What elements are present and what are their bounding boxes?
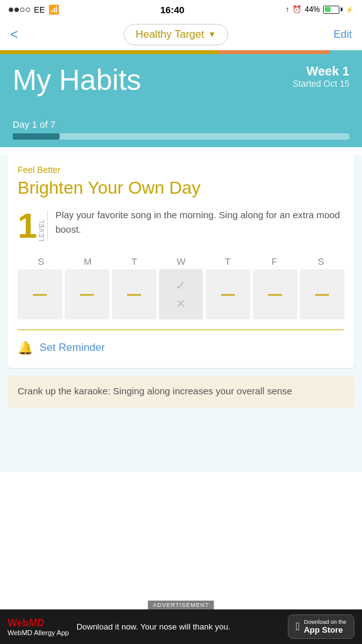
edit-button[interactable]: Edit [334,28,352,41]
dot2 [14,8,19,12]
title-dropdown[interactable]: Healthy Target ▼ [124,24,228,45]
status-left: EE 📶 [9,4,59,14]
store-name: App Store [304,625,346,635]
day-label-t2: T [204,256,251,267]
tip-section: Crank up the karaoke: Singing along incr… [8,375,354,408]
app-store-button[interactable]:  Download on the App Store [288,614,354,639]
header-section: Week 1 Started Oct 15 My Habits [0,54,362,119]
habit-title: Brighten Your Own Day [18,177,344,199]
habit-description: Play your favorite song in the morning. … [55,208,344,236]
webmd-logo-text: WebMD [8,618,69,629]
day-label-f: F [251,256,297,267]
day-cell-tue[interactable]: — [112,269,156,319]
chevron-down-icon: ▼ [208,30,216,39]
days-header: S M T W T F S [18,256,344,267]
set-reminder[interactable]: 🔔 Set Reminder [18,338,344,358]
charging-icon: ⚡ [346,6,353,13]
ad-app-name: WebMD Allergy App [8,629,69,636]
location-icon: ↑ [285,5,289,14]
day-dash-sun: — [33,286,47,303]
status-right: ↑ ⏰ 44% ⚡ [285,5,353,14]
x-icon: ✕ [176,297,185,311]
level-label: Level [38,210,48,242]
divider [18,330,344,330]
day-label-s1: S [18,256,64,267]
level-number: 1 [18,208,37,243]
apple-icon:  [296,620,300,633]
week-info: Week 1 Started Oct 15 [293,64,349,89]
day-cell-thu[interactable]: — [206,269,250,319]
battery-tip [341,8,343,11]
day-cell-mon[interactable]: — [65,269,109,319]
progress-label: Day 1 of 7 [13,119,349,130]
status-bar: EE 📶 16:40 ↑ ⏰ 44% ⚡ [0,0,362,19]
signal-dots [9,8,30,12]
download-label: Download on the [304,619,346,625]
battery-percent: 44% [305,5,320,14]
dot4 [26,8,30,12]
day-dash-fri: — [268,286,282,303]
ad-label: ADVERTISEMENT [148,601,214,609]
bell-icon: 🔔 [18,340,33,355]
day-dash-sat: — [315,286,329,303]
week-label: Week 1 [293,64,349,79]
wifi-icon: 📶 [48,4,59,14]
ad-subtext-content: Download it now. Your nose will thank yo… [77,622,280,631]
started-label: Started Oct 15 [293,79,349,89]
reminder-label: Set Reminder [40,341,105,354]
day-label-m: M [64,256,111,267]
progress-bar-background [13,133,349,140]
app-store-text: Download on the App Store [304,619,346,635]
day-label-t1: T [111,256,158,267]
day-cell-sun[interactable]: — [18,269,62,319]
tip-text: Crank up the karaoke: Singing along incr… [18,384,344,399]
day-label-w: W [158,256,204,267]
day-dash-thu: — [221,286,235,303]
ad-logo: WebMD WebMD Allergy App [8,618,69,636]
nav-bar: < Healthy Target ▼ Edit [0,19,362,50]
day-label-s2: S [298,256,344,267]
day-cell-sat[interactable]: — [300,269,344,319]
alarm-icon: ⏰ [292,5,302,14]
day-dash-mon: — [80,286,94,303]
level-row: 1 Level Play your favorite song in the m… [18,208,344,243]
back-button[interactable]: < [10,26,18,43]
progress-bar-fill [13,133,60,140]
battery-indicator [323,6,343,14]
ad-banner: ADVERTISEMENT WebMD WebMD Allergy App Do… [0,609,362,644]
main-content: Feel Better Brighten Your Own Day 1 Leve… [0,155,362,472]
ad-subtext: Download it now. Your nose will thank yo… [77,622,280,631]
habit-card: Feel Better Brighten Your Own Day 1 Leve… [8,155,354,369]
day-cell-fri[interactable]: — [253,269,297,319]
check-icon: ✓ [175,278,186,293]
habit-category: Feel Better [18,165,344,175]
dot3 [20,8,25,12]
status-time: 16:40 [160,4,184,15]
battery-body [323,6,339,14]
carrier-label: EE [34,5,45,14]
day-cell-wed[interactable]: ✓ ✕ [159,269,204,319]
battery-fill [325,7,331,12]
day-dash-tue: — [127,286,141,303]
dot1 [9,8,13,12]
progress-section: Day 1 of 7 [0,119,362,147]
nav-title: Healthy Target [136,28,204,41]
days-grid: — — — ✓ ✕ — — — [18,269,344,319]
level-number-container: 1 Level [18,208,48,243]
